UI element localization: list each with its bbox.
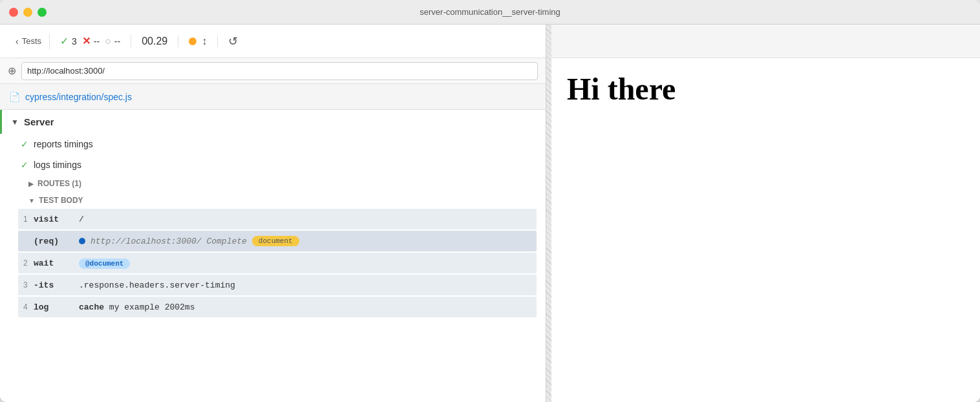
cmd-name: wait (34, 259, 79, 268)
titlebar-buttons (9, 8, 47, 17)
back-label: Tests (22, 36, 41, 46)
command-row-wait[interactable]: 2 wait @document (18, 253, 537, 273)
window: server-communication__server-timing ‹ Te… (0, 0, 980, 402)
routes-label: ROUTES (1) (37, 179, 81, 188)
close-button[interactable] (9, 8, 18, 17)
browser-content: Hi there (551, 58, 980, 402)
crosshair-icon: ⊕ (8, 65, 16, 77)
toolbar-stats: ✓ 3 ✕ -- ○ -- (50, 35, 131, 47)
cmd-arg: / (79, 215, 531, 224)
file-breadcrumb: 📄 cypress/integration/spec.js (0, 84, 546, 110)
fail-count: -- (94, 36, 100, 47)
req-dot-icon (79, 238, 85, 244)
cmd-name: log (34, 302, 79, 312)
suite-name: Server (24, 116, 54, 127)
test-body-arrow-icon: ▼ (28, 197, 35, 204)
cmd-name: visit (34, 215, 79, 224)
fail-x-icon: ✕ (82, 35, 91, 47)
command-row-visit[interactable]: 1 visit / (18, 209, 537, 229)
routes-arrow-icon: ▶ (28, 180, 34, 187)
left-panel: ‹ Tests ✓ 3 ✕ -- ○ -- (0, 25, 546, 402)
maximize-button[interactable] (37, 8, 47, 17)
run-time: 00.29 (131, 36, 178, 47)
log-rest-arg: my example 2002ms (109, 302, 195, 312)
suite-header[interactable]: ▼ Server (0, 110, 546, 134)
pending-count: -- (114, 36, 120, 47)
cmd-num: 4 (23, 302, 34, 312)
pass-stat: ✓ 3 (60, 35, 77, 47)
toolbar-status: ↕ (178, 36, 218, 47)
cmd-arg-req: http://localhost:3000/ Complete document (79, 236, 531, 246)
wait-alias-badge: @document (79, 259, 130, 269)
pass-count: 3 (72, 36, 77, 47)
req-badge: document (252, 236, 299, 246)
cmd-name: -its (34, 280, 79, 290)
command-section: ▶ ROUTES (1) ▼ TEST BODY 1 visit / (0, 175, 546, 317)
back-arrow-icon: ‹ (16, 36, 19, 47)
test-pass-icon: ✓ (21, 139, 28, 149)
pending-circle-icon: ○ (105, 36, 111, 47)
test-content: ▼ Server ✓ reports timings ✓ logs timing… (0, 110, 546, 402)
suite-collapse-arrow-icon: ▼ (11, 118, 19, 127)
toolbar-actions: ↺ (218, 34, 248, 48)
panel-divider[interactable] (546, 25, 551, 402)
main-layout: ‹ Tests ✓ 3 ✕ -- ○ -- (0, 25, 980, 402)
url-input[interactable] (21, 62, 538, 80)
browser-heading: Hi there (567, 71, 964, 107)
minimize-button[interactable] (23, 8, 32, 17)
cmd-num: 1 (23, 215, 34, 224)
cmd-num: 2 (23, 259, 34, 268)
test-item-reports-timings[interactable]: ✓ reports timings (0, 134, 546, 154)
test-body-label: TEST BODY (39, 196, 83, 205)
browser-toolbar-spacer (551, 25, 980, 58)
pass-check-icon: ✓ (60, 35, 69, 47)
status-dot-icon (189, 37, 197, 45)
titlebar: server-communication__server-timing (0, 0, 980, 25)
req-url: http://localhost:3000/ Complete (91, 237, 247, 246)
test-label: reports timings (34, 139, 93, 149)
url-bar: ⊕ (0, 58, 546, 84)
command-row-its[interactable]: 3 -its .response.headers.server-timing (18, 275, 537, 295)
test-item-logs-timings[interactable]: ✓ logs timings (0, 154, 546, 175)
reload-button[interactable]: ↺ (228, 34, 238, 48)
file-path[interactable]: cypress/integration/spec.js (25, 92, 132, 102)
command-row-log[interactable]: 4 log cache my example 2002ms (18, 297, 537, 317)
toolbar: ‹ Tests ✓ 3 ✕ -- ○ -- (0, 25, 546, 58)
command-row-req[interactable]: (req) http://localhost:3000/ Complete do… (18, 231, 537, 251)
window-title: server-communication__server-timing (420, 7, 560, 17)
right-panel: Hi there (551, 25, 980, 402)
routes-row[interactable]: ▶ ROUTES (1) (18, 175, 537, 192)
cmd-arg: @document (79, 259, 531, 268)
test-label: logs timings (34, 160, 81, 170)
fail-stat: ✕ -- (82, 35, 100, 47)
test-pass-icon: ✓ (21, 160, 28, 170)
test-body-header: ▼ TEST BODY (18, 192, 537, 209)
log-bold-arg: cache (79, 302, 104, 312)
status-arrow-icon: ↕ (202, 36, 207, 47)
cmd-arg: .response.headers.server-timing (79, 280, 531, 290)
pending-stat: ○ -- (105, 36, 120, 47)
cmd-num: 3 (23, 280, 34, 290)
file-icon: 📄 (9, 92, 20, 102)
cmd-arg: cache my example 2002ms (79, 302, 531, 312)
cmd-name: (req) (34, 237, 79, 246)
back-to-tests-button[interactable]: ‹ Tests (8, 34, 50, 49)
